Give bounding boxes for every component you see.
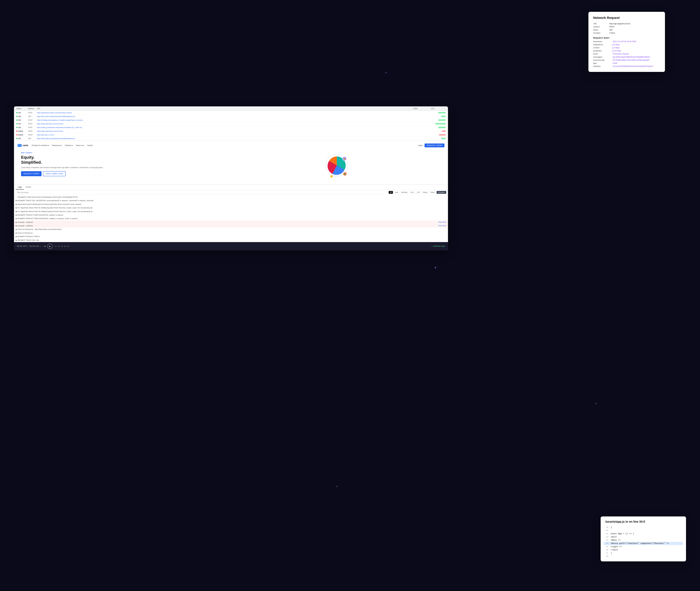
nr-value-url: http://api.segment.io/v1/t: [609, 22, 660, 25]
bar-container: [431, 138, 446, 139]
nr-row-duration: Duration 2.541s: [593, 31, 660, 35]
log-view-issue-link[interactable]: View Issue: [439, 221, 446, 223]
status-cell: 200: [16, 116, 28, 117]
filter-buttons[interactable]: AllLogsWarningsErrorInfoDebugReduxNaviga…: [389, 191, 446, 194]
code-lines: 29}3031const App = () => (32<div>33<Menu…: [605, 526, 681, 558]
log-text: ▶ For 'ZippyPaws Skinny Peltz No Stuffin…: [16, 207, 446, 209]
nr-value-status: 200: [609, 28, 660, 31]
speed-btn-4x[interactable]: 4x: [64, 245, 66, 247]
nr-body-value: {} 22 Keys: [612, 49, 660, 52]
svg-text:😊: 😊: [343, 158, 345, 160]
line-number: 31: [605, 533, 611, 535]
nr-body-row: properties{} 22 Keys: [593, 49, 660, 52]
nr-body-row: event"Promotion Viewed": [593, 52, 660, 55]
speed-btn-1x[interactable]: 1x: [55, 245, 57, 247]
status-value: 200: [18, 116, 21, 117]
status-dot: [16, 112, 17, 113]
url-value: https://stats.g.doubleclick.net/j/collec…: [37, 127, 413, 128]
speed-btn-2x[interactable]: 2x: [58, 245, 60, 247]
nr-label-status: status: [593, 28, 609, 31]
network-row[interactable]: 200 GET https://fast.wistia.net/assets/e…: [14, 137, 448, 140]
nav-link[interactable]: Resources ▾: [52, 144, 62, 146]
speed-btn-3x[interactable]: 3x: [61, 245, 63, 247]
network-row[interactable]: (failed) POST https://logx.optimizely.co…: [14, 129, 448, 133]
status-dot: [16, 127, 17, 128]
network-row[interactable]: 200 POST https://d.btttag.com/analytics.…: [14, 118, 448, 122]
code-line: 34<Route path="/checkout" component="Che…: [604, 542, 683, 545]
nr-row-url: URL http://api.segment.io/v1/t: [593, 22, 660, 25]
logs-tabs[interactable]: Logs Details: [14, 185, 448, 190]
network-request-table: URL http://api.segment.io/v1/t method PO…: [593, 22, 660, 35]
filter-btn-all[interactable]: All: [389, 191, 393, 194]
speed-buttons[interactable]: 1x2x3x4x8x: [55, 245, 69, 247]
play-button[interactable]: ▶: [47, 244, 53, 249]
method-value: POST: [28, 134, 37, 136]
filter-btn-warnings[interactable]: Warnings: [400, 191, 409, 194]
timing-bar: [438, 119, 446, 121]
network-row[interactable]: 200 GET https://fast.wistia.net/assets/e…: [14, 115, 448, 118]
nr-body-value: {} 0 keys: [612, 43, 660, 46]
line-content: <Menu />: [611, 539, 621, 541]
nr-body-value: "ajs-84912da43c8d9c0e41b7b9a80bc5b0dc": [612, 55, 660, 59]
line-number: 29: [605, 526, 611, 529]
code-line: 30: [605, 529, 681, 532]
nr-body-label: writeKey: [593, 65, 612, 68]
nav-link[interactable]: Partners ▾: [65, 144, 73, 146]
filter-btn-redux[interactable]: Redux: [429, 191, 436, 194]
carta-nav: carta Products & solutions ▾Resources ▾P…: [17, 143, 445, 147]
log-entry: ▶ Timed out fetching ht...: [14, 231, 448, 235]
nr-body-label: anonymously: [593, 59, 612, 62]
carta-section: carta Products & solutions ▾Resources ▾P…: [14, 141, 448, 185]
url-value: https://api.seg e t.io/v1/t: [37, 134, 413, 136]
status-cell: 200: [16, 119, 28, 121]
nr-body-label: integrations: [593, 43, 612, 46]
request-demo-nav-button[interactable]: REQUEST A DEMO: [424, 143, 445, 147]
line-content: <Route path="/checkout" component="Check…: [611, 542, 669, 544]
bar-container: [431, 130, 446, 132]
logs-search-input[interactable]: [16, 191, 387, 194]
nr-body-value: "2021-10-14T16:12:29.755z": [612, 40, 660, 43]
timing-bar: [435, 123, 446, 125]
log-entry: ▶ SEGMENT PRODUCT DATA VALIDATION: 'cate…: [14, 217, 448, 220]
login-button[interactable]: Log in: [418, 144, 423, 146]
nav-link[interactable]: Products & solutions ▾: [32, 144, 49, 146]
line-number: 32: [605, 536, 611, 538]
filter-btn-logs[interactable]: Logs: [393, 191, 399, 194]
nav-links[interactable]: Products & solutions ▾Resources ▾Partner…: [32, 144, 93, 146]
log-text: ▶ For 'ZippyPaws Skinny Peltz No Stuffin…: [16, 210, 446, 213]
bar-container: [431, 134, 446, 136]
nav-link[interactable]: CartaX: [87, 144, 93, 146]
filter-btn-navigation[interactable]: Navigation: [437, 191, 446, 194]
speed-btn-8x[interactable]: 8x: [67, 245, 69, 247]
status-value: 200: [18, 127, 21, 128]
time-display[interactable]: 00:02.875 / 02:04.613 ▾: [17, 245, 42, 247]
log-view-issue-link[interactable]: View Issue: [439, 225, 446, 226]
line-content: <div>: [611, 536, 617, 538]
filter-btn-info[interactable]: Info: [416, 191, 421, 194]
log-text: ▶ SEGMENT PRODUCT DATA VALIDATION: 'posi…: [16, 214, 446, 216]
nr-body-label: type: [593, 62, 612, 65]
nr-body-value: "Promotion Viewed": [612, 52, 660, 55]
log-entries: → Navigated to https://www.chewy.com/zip…: [14, 195, 448, 242]
network-row[interactable]: 204 POST https://logx.optimizely.com/v1/…: [14, 122, 448, 126]
video-tour-button[interactable]: TAKE A VIDEO TOUR: [43, 171, 66, 176]
skip-back-button[interactable]: ⏮: [44, 245, 46, 248]
tab-logs[interactable]: Logs: [16, 185, 24, 190]
filter-btn-error[interactable]: Error: [409, 191, 415, 194]
nr-value-method: POST: [609, 25, 660, 28]
nav-link[interactable]: About us ▾: [76, 144, 84, 146]
log-entry: ▶ For 'ZippyPaws Skinny Peltz No Stuffin…: [14, 210, 448, 213]
line-number: 33: [605, 539, 611, 541]
timing-bar: [442, 130, 446, 132]
network-request-card: Network Request URL http://api.segment.i…: [589, 12, 665, 72]
log-text: ▶ Timed out fetching htt... https://fast…: [16, 228, 446, 231]
tab-details[interactable]: Details: [24, 185, 33, 190]
network-row[interactable]: 200 POST https://stats.g.doubleclick.net…: [14, 126, 448, 129]
url-value: https://d.btttag.com/analytics.rcv?pgNm=…: [37, 119, 413, 121]
filter-btn-debug[interactable]: Debug: [421, 191, 429, 194]
log-text: ▶ Timed out fetching ht...: [16, 232, 446, 234]
request-demo-button[interactable]: REQUEST A DEMO: [21, 171, 42, 176]
network-row[interactable]: 200 POST https://pipedream.wistia.com/mp…: [14, 111, 448, 115]
network-row[interactable]: (failed) POST https://api.seg e t.io/v1/…: [14, 133, 448, 137]
hero-title-line2: Simplified.: [21, 160, 42, 165]
